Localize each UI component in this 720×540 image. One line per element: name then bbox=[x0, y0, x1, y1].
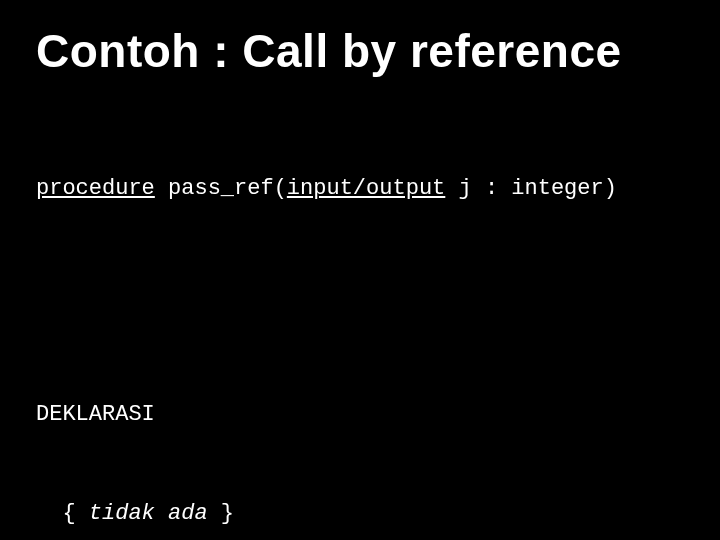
deklarasi-heading: DEKLARASI bbox=[36, 398, 684, 431]
kw-input-output: input/output bbox=[287, 176, 445, 201]
brace-close: } bbox=[208, 501, 234, 526]
slide: Contoh : Call by reference procedure pas… bbox=[0, 0, 720, 540]
deklarasi-text: tidak ada bbox=[89, 501, 208, 526]
kw-procedure: procedure bbox=[36, 176, 155, 201]
slide-title: Contoh : Call by reference bbox=[36, 24, 684, 78]
code-block: procedure pass_ref(input/output j : inte… bbox=[36, 106, 684, 540]
proc-name: pass_ref bbox=[168, 176, 274, 201]
deklarasi-body: { tidak ada } bbox=[36, 497, 684, 530]
procedure-signature: procedure pass_ref(input/output j : inte… bbox=[36, 172, 684, 205]
paren-open: ( bbox=[274, 176, 287, 201]
sp1 bbox=[155, 176, 168, 201]
brace-open: { bbox=[36, 501, 89, 526]
sig-tail: j : integer) bbox=[445, 176, 617, 201]
deklarasi-section: DEKLARASI { tidak ada } bbox=[36, 332, 684, 540]
